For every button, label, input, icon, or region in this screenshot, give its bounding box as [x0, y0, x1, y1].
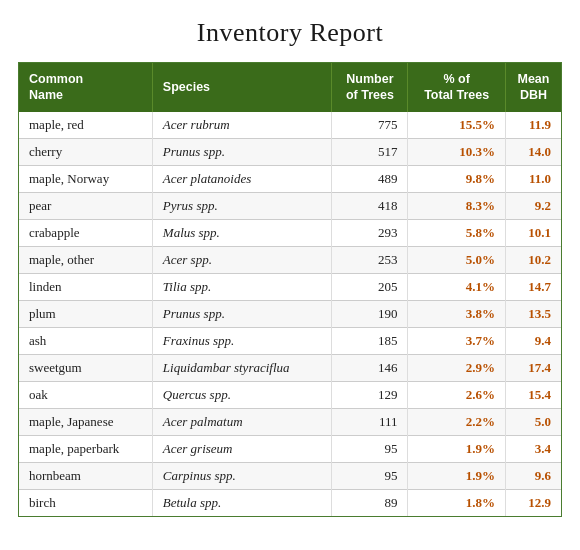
cell-species: Acer platanoides [152, 165, 332, 192]
cell-common-name: crabapple [19, 219, 152, 246]
cell-pct-total: 2.2% [408, 408, 506, 435]
cell-common-name: maple, other [19, 246, 152, 273]
table-row: maple, paperbarkAcer griseum951.9%3.4 [19, 435, 561, 462]
col-header-dbh: MeanDBH [505, 63, 561, 112]
cell-mean-dbh: 17.4 [505, 354, 561, 381]
cell-mean-dbh: 9.2 [505, 192, 561, 219]
cell-pct-total: 4.1% [408, 273, 506, 300]
col-header-pct: % ofTotal Trees [408, 63, 506, 112]
cell-mean-dbh: 11.9 [505, 112, 561, 139]
cell-pct-total: 8.3% [408, 192, 506, 219]
cell-num-trees: 95 [332, 462, 408, 489]
cell-pct-total: 2.6% [408, 381, 506, 408]
cell-num-trees: 418 [332, 192, 408, 219]
cell-pct-total: 2.9% [408, 354, 506, 381]
col-header-name: CommonName [19, 63, 152, 112]
cell-common-name: cherry [19, 138, 152, 165]
cell-species: Liquidambar styraciflua [152, 354, 332, 381]
cell-species: Acer spp. [152, 246, 332, 273]
cell-num-trees: 146 [332, 354, 408, 381]
cell-mean-dbh: 11.0 [505, 165, 561, 192]
cell-mean-dbh: 10.2 [505, 246, 561, 273]
cell-mean-dbh: 10.1 [505, 219, 561, 246]
inventory-table: CommonName Species Numberof Trees % ofTo… [19, 63, 561, 516]
cell-pct-total: 5.0% [408, 246, 506, 273]
cell-mean-dbh: 9.6 [505, 462, 561, 489]
col-header-species: Species [152, 63, 332, 112]
cell-species: Fraxinus spp. [152, 327, 332, 354]
table-row: cherryPrunus spp.51710.3%14.0 [19, 138, 561, 165]
cell-species: Quercus spp. [152, 381, 332, 408]
cell-mean-dbh: 9.4 [505, 327, 561, 354]
cell-pct-total: 3.7% [408, 327, 506, 354]
cell-pct-total: 1.9% [408, 462, 506, 489]
cell-common-name: maple, Japanese [19, 408, 152, 435]
cell-num-trees: 95 [332, 435, 408, 462]
cell-mean-dbh: 14.7 [505, 273, 561, 300]
col-header-trees: Numberof Trees [332, 63, 408, 112]
cell-num-trees: 293 [332, 219, 408, 246]
table-header-row: CommonName Species Numberof Trees % ofTo… [19, 63, 561, 112]
cell-species: Betula spp. [152, 489, 332, 516]
cell-num-trees: 489 [332, 165, 408, 192]
cell-common-name: hornbeam [19, 462, 152, 489]
cell-num-trees: 190 [332, 300, 408, 327]
cell-mean-dbh: 3.4 [505, 435, 561, 462]
cell-mean-dbh: 14.0 [505, 138, 561, 165]
table-row: maple, JapaneseAcer palmatum1112.2%5.0 [19, 408, 561, 435]
cell-num-trees: 253 [332, 246, 408, 273]
cell-species: Carpinus spp. [152, 462, 332, 489]
table-row: plumPrunus spp.1903.8%13.5 [19, 300, 561, 327]
cell-common-name: maple, paperbark [19, 435, 152, 462]
cell-mean-dbh: 13.5 [505, 300, 561, 327]
page-title: Inventory Report [0, 0, 580, 62]
table-row: maple, redAcer rubrum77515.5%11.9 [19, 112, 561, 139]
cell-pct-total: 1.8% [408, 489, 506, 516]
cell-num-trees: 205 [332, 273, 408, 300]
cell-common-name: linden [19, 273, 152, 300]
cell-num-trees: 111 [332, 408, 408, 435]
cell-mean-dbh: 5.0 [505, 408, 561, 435]
cell-num-trees: 89 [332, 489, 408, 516]
table-row: oakQuercus spp.1292.6%15.4 [19, 381, 561, 408]
cell-species: Acer palmatum [152, 408, 332, 435]
cell-num-trees: 775 [332, 112, 408, 139]
cell-mean-dbh: 12.9 [505, 489, 561, 516]
inventory-table-wrapper: CommonName Species Numberof Trees % ofTo… [18, 62, 562, 517]
cell-common-name: oak [19, 381, 152, 408]
cell-common-name: pear [19, 192, 152, 219]
table-row: maple, NorwayAcer platanoides4899.8%11.0 [19, 165, 561, 192]
cell-num-trees: 129 [332, 381, 408, 408]
table-row: sweetgumLiquidambar styraciflua1462.9%17… [19, 354, 561, 381]
cell-pct-total: 9.8% [408, 165, 506, 192]
cell-pct-total: 5.8% [408, 219, 506, 246]
cell-common-name: ash [19, 327, 152, 354]
cell-common-name: maple, Norway [19, 165, 152, 192]
table-row: birchBetula spp.891.8%12.9 [19, 489, 561, 516]
cell-species: Acer griseum [152, 435, 332, 462]
cell-pct-total: 1.9% [408, 435, 506, 462]
cell-common-name: maple, red [19, 112, 152, 139]
cell-species: Prunus spp. [152, 138, 332, 165]
table-row: pearPyrus spp.4188.3%9.2 [19, 192, 561, 219]
table-row: ashFraxinus spp.1853.7%9.4 [19, 327, 561, 354]
table-row: lindenTilia spp.2054.1%14.7 [19, 273, 561, 300]
cell-species: Prunus spp. [152, 300, 332, 327]
cell-species: Pyrus spp. [152, 192, 332, 219]
cell-common-name: plum [19, 300, 152, 327]
table-row: crabappleMalus spp.2935.8%10.1 [19, 219, 561, 246]
cell-pct-total: 15.5% [408, 112, 506, 139]
cell-species: Malus spp. [152, 219, 332, 246]
cell-species: Acer rubrum [152, 112, 332, 139]
cell-num-trees: 185 [332, 327, 408, 354]
table-row: hornbeamCarpinus spp.951.9%9.6 [19, 462, 561, 489]
cell-mean-dbh: 15.4 [505, 381, 561, 408]
cell-common-name: sweetgum [19, 354, 152, 381]
cell-species: Tilia spp. [152, 273, 332, 300]
table-row: maple, otherAcer spp.2535.0%10.2 [19, 246, 561, 273]
cell-num-trees: 517 [332, 138, 408, 165]
cell-common-name: birch [19, 489, 152, 516]
cell-pct-total: 3.8% [408, 300, 506, 327]
table-body: maple, redAcer rubrum77515.5%11.9cherryP… [19, 112, 561, 516]
cell-pct-total: 10.3% [408, 138, 506, 165]
